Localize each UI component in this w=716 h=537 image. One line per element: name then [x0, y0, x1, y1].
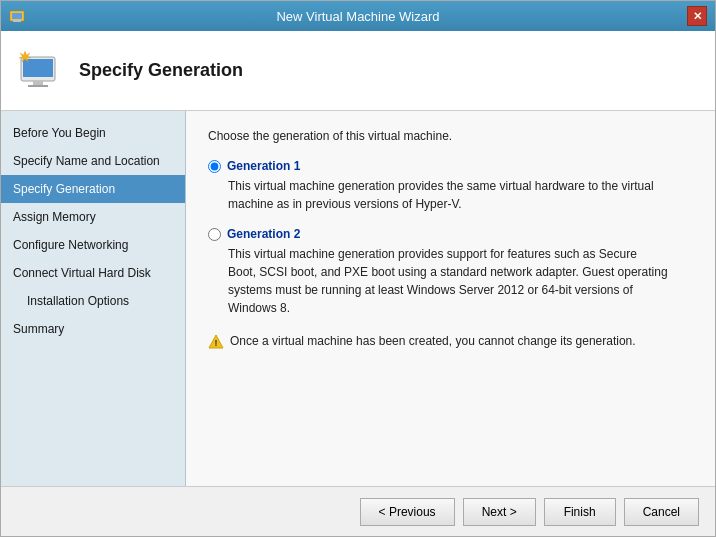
cancel-button[interactable]: Cancel: [624, 498, 699, 526]
generation2-label[interactable]: Generation 2: [208, 227, 693, 241]
previous-button[interactable]: < Previous: [360, 498, 455, 526]
warning-icon: !: [208, 334, 224, 350]
svg-rect-1: [12, 13, 22, 19]
generation1-radio[interactable]: [208, 160, 221, 173]
wizard-header-title: Specify Generation: [79, 60, 243, 81]
generation2-radio[interactable]: [208, 228, 221, 241]
sidebar-item-configure-networking[interactable]: Configure Networking: [1, 231, 185, 259]
window-title: New Virtual Machine Wizard: [29, 9, 687, 24]
wizard-header: Specify Generation: [1, 31, 715, 111]
header-icon: [17, 47, 65, 95]
title-bar: New Virtual Machine Wizard ✕: [1, 1, 715, 31]
sidebar-item-assign-memory[interactable]: Assign Memory: [1, 203, 185, 231]
generation2-desc: This virtual machine generation provides…: [208, 245, 668, 317]
svg-rect-5: [33, 81, 43, 85]
sidebar-item-connect-vhd[interactable]: Connect Virtual Hard Disk: [1, 259, 185, 287]
svg-text:!: !: [215, 338, 218, 348]
wizard-window: New Virtual Machine Wizard ✕ Specify Gen…: [0, 0, 716, 537]
sidebar: Before You Begin Specify Name and Locati…: [1, 111, 186, 486]
finish-button[interactable]: Finish: [544, 498, 616, 526]
svg-rect-6: [28, 85, 48, 87]
generation2-option: Generation 2 This virtual machine genera…: [208, 227, 693, 317]
svg-rect-2: [13, 20, 21, 22]
generation1-desc: This virtual machine generation provides…: [208, 177, 668, 213]
sidebar-item-summary[interactable]: Summary: [1, 315, 185, 343]
warning-box: ! Once a virtual machine has been create…: [208, 333, 668, 350]
sidebar-item-specify-generation[interactable]: Specify Generation: [1, 175, 185, 203]
warning-text: Once a virtual machine has been created,…: [230, 333, 636, 350]
footer: < Previous Next > Finish Cancel: [1, 486, 715, 536]
close-button[interactable]: ✕: [687, 6, 707, 26]
sidebar-item-before-you-begin[interactable]: Before You Begin: [1, 119, 185, 147]
sidebar-item-specify-name[interactable]: Specify Name and Location: [1, 147, 185, 175]
wizard-body: Before You Begin Specify Name and Locati…: [1, 111, 715, 486]
sidebar-item-installation-options[interactable]: Installation Options: [1, 287, 185, 315]
window-icon: [9, 8, 25, 24]
content-intro: Choose the generation of this virtual ma…: [208, 129, 693, 143]
next-button[interactable]: Next >: [463, 498, 536, 526]
content-area: Choose the generation of this virtual ma…: [186, 111, 715, 486]
generation1-label[interactable]: Generation 1: [208, 159, 693, 173]
generation1-option: Generation 1 This virtual machine genera…: [208, 159, 693, 213]
